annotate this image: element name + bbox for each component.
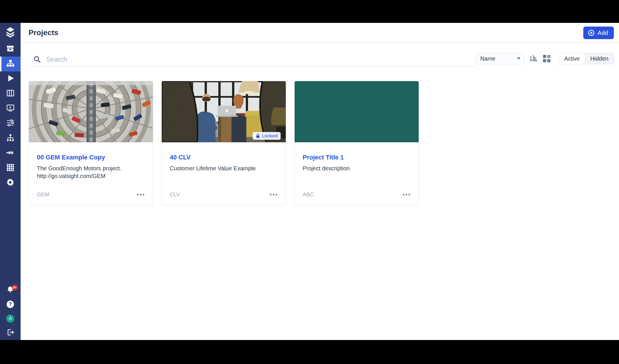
sidebar-item-settings[interactable] bbox=[0, 175, 21, 190]
sidebar: 9+ ? A bbox=[0, 23, 21, 340]
sidebar-bottom: 9+ ? A bbox=[0, 283, 21, 340]
project-thumbnail-meeting[interactable]: Locked bbox=[162, 81, 286, 142]
sidebar-item-run[interactable] bbox=[0, 71, 21, 86]
more-options-button[interactable] bbox=[402, 193, 411, 197]
lock-icon bbox=[256, 133, 260, 138]
layers-logo-icon bbox=[4, 26, 16, 42]
page-title: Projects bbox=[29, 28, 58, 37]
help-icon: ? bbox=[7, 301, 14, 308]
sort-direction-button[interactable] bbox=[529, 54, 538, 63]
help-button[interactable]: ? bbox=[0, 297, 21, 311]
search-input[interactable] bbox=[46, 56, 477, 63]
sidebar-item-archive[interactable] bbox=[0, 42, 21, 57]
play-icon bbox=[6, 74, 15, 84]
visibility-filter: Active Hidden bbox=[559, 53, 614, 64]
project-tag: GEM bbox=[37, 191, 49, 198]
sidebar-item-projects[interactable] bbox=[0, 57, 21, 71]
archive-icon bbox=[6, 44, 15, 54]
card-footer: ABC bbox=[303, 191, 411, 198]
app-logo[interactable] bbox=[0, 23, 21, 42]
sidebar-item-models[interactable] bbox=[0, 131, 21, 146]
add-button[interactable]: Add bbox=[583, 27, 614, 39]
sidebar-item-assumptions[interactable] bbox=[0, 116, 21, 131]
project-description: Customer Lifetime Value Example bbox=[170, 165, 278, 172]
card-footer: CLV bbox=[170, 191, 278, 198]
logout-button[interactable] bbox=[0, 326, 21, 340]
chevron-down-icon bbox=[517, 57, 521, 60]
project-title-link[interactable]: 00 GEM Example Copy bbox=[37, 153, 145, 162]
project-card-grid: 00 GEM Example Copy The GoodEnough Motor… bbox=[29, 81, 419, 205]
sort-by-dropdown[interactable]: Name bbox=[476, 53, 524, 64]
project-title-link[interactable]: Project Title 1 bbox=[303, 153, 411, 162]
toolbar-controls: Name bbox=[476, 53, 614, 64]
grid-table-icon bbox=[6, 163, 15, 173]
sidebar-item-data[interactable] bbox=[0, 161, 21, 175]
card-footer: GEM bbox=[37, 191, 145, 198]
page-header: Projects Add bbox=[21, 23, 619, 43]
network-icon bbox=[6, 133, 15, 143]
plus-circle-icon bbox=[588, 29, 595, 36]
sidebar-item-presentations[interactable] bbox=[0, 101, 21, 116]
project-thumbnail-placeholder[interactable] bbox=[295, 81, 419, 142]
more-options-button[interactable] bbox=[136, 193, 145, 197]
search-bar bbox=[29, 53, 477, 67]
filter-active-button[interactable]: Active bbox=[559, 53, 585, 64]
more-options-button[interactable] bbox=[269, 193, 278, 197]
project-thumbnail-car-tower[interactable] bbox=[29, 81, 153, 142]
locked-badge: Locked bbox=[253, 132, 281, 140]
sitemap-icon bbox=[6, 59, 15, 69]
app-window: 9+ ? A bbox=[0, 23, 619, 340]
logout-icon bbox=[6, 328, 15, 338]
sort-by-value: Name bbox=[480, 55, 495, 62]
user-avatar[interactable]: A bbox=[0, 311, 21, 326]
notification-badge: 9+ bbox=[12, 285, 18, 290]
project-tag: ABC bbox=[303, 191, 314, 198]
main-content: Projects Add bbox=[21, 23, 619, 340]
sidebar-item-board[interactable] bbox=[0, 86, 21, 101]
toolbar: Name bbox=[21, 43, 619, 74]
project-card[interactable]: Locked 40 CLV Customer Lifetime Value Ex… bbox=[161, 81, 286, 205]
gear-icon bbox=[6, 178, 15, 188]
flow-arrow-icon bbox=[6, 148, 15, 158]
notifications-button[interactable]: 9+ bbox=[0, 283, 21, 297]
sort-amount-icon bbox=[529, 54, 538, 63]
grid-view-icon bbox=[543, 55, 551, 63]
project-card[interactable]: 00 GEM Example Copy The GoodEnough Motor… bbox=[29, 81, 153, 205]
grid-view-button[interactable] bbox=[543, 55, 551, 63]
project-description: Project description bbox=[303, 165, 411, 172]
project-title-link[interactable]: 40 CLV bbox=[170, 153, 278, 162]
avatar: A bbox=[6, 315, 14, 323]
filter-hidden-button[interactable]: Hidden bbox=[585, 53, 614, 64]
sidebar-item-flows[interactable] bbox=[0, 146, 21, 161]
sliders-icon bbox=[6, 119, 15, 128]
columns-icon bbox=[6, 89, 15, 99]
project-tag: CLV bbox=[170, 191, 180, 198]
video-player-icon bbox=[6, 104, 15, 113]
project-card[interactable]: Project Title 1 Project description ABC bbox=[294, 81, 419, 205]
search-icon bbox=[33, 55, 41, 63]
project-description: The GoodEnough Motors project. http://go… bbox=[37, 165, 145, 180]
